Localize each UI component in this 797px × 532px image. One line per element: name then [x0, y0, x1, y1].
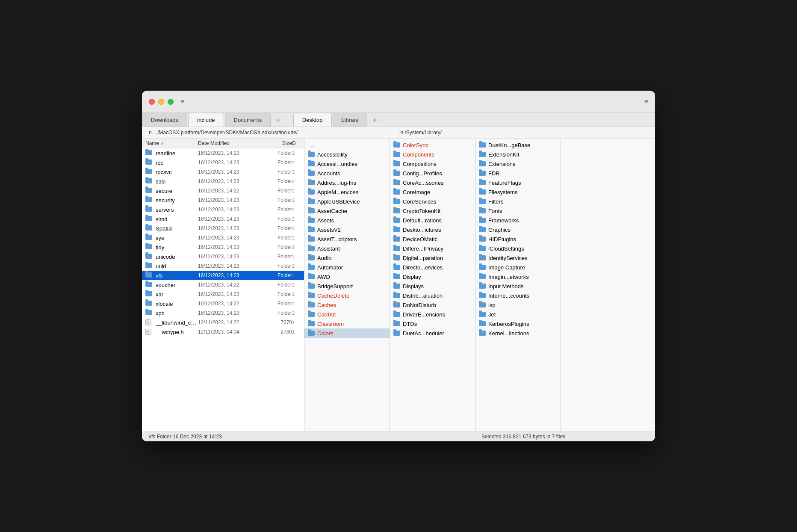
add-tab-right-button[interactable]: + — [368, 114, 381, 127]
dir-item[interactable]: DeviceOMatic — [390, 234, 475, 244]
dir-item[interactable]: Caches — [304, 300, 390, 310]
dir-item[interactable]: IdentityServices — [475, 253, 561, 263]
dir-item[interactable]: ColorSync — [390, 140, 475, 150]
dir-item[interactable]: BridgeSupport — [304, 281, 390, 291]
dir-item[interactable]: Accounts — [304, 168, 390, 178]
file-row[interactable]: secure16/12/2023, 14:22Folder2 — [142, 186, 304, 195]
dir-item[interactable]: FeatureFlags — [475, 178, 561, 187]
add-tab-left-button[interactable]: + — [272, 114, 285, 127]
dir-item[interactable]: Compositions — [390, 159, 475, 168]
dir-item[interactable]: Extensions — [475, 159, 561, 168]
dir-item[interactable]: CardKit — [304, 310, 390, 319]
tab-documents[interactable]: Documents — [225, 113, 271, 127]
col-size-header[interactable]: Size — [266, 140, 292, 146]
dir-item[interactable]: CoreServices — [390, 197, 475, 206]
col-date-header[interactable]: Date Modified — [198, 140, 266, 146]
dir-item[interactable]: CacheDelete — [304, 291, 390, 300]
tab-downloads[interactable]: Downloads — [142, 113, 187, 127]
dir-item[interactable]: Audio — [304, 253, 390, 263]
dir-item[interactable]: lsp — [475, 300, 561, 310]
dir-item[interactable]: HIDPlugins — [475, 234, 561, 244]
dir-item[interactable]: Addres...lug-Ins — [304, 178, 390, 187]
dir-item[interactable]: Graphics — [475, 225, 561, 234]
dir-item[interactable]: Assets — [304, 216, 390, 225]
dir-item[interactable]: Frameworks — [475, 216, 561, 225]
dir-item[interactable]: Colors — [304, 328, 390, 338]
file-row[interactable]: h__libunwind_config.h12/11/2023, 14:2276… — [142, 318, 304, 327]
dir-item[interactable]: Default...rations — [390, 216, 475, 225]
dir-item[interactable]: Differe...IPrivacy — [390, 244, 475, 253]
dir-item[interactable]: Directo...ervices — [390, 263, 475, 272]
dir-item[interactable]: AssetT...criptors — [304, 234, 390, 244]
file-row[interactable]: sasl16/12/2023, 14:23Folder2 — [142, 177, 304, 186]
file-row[interactable]: voucher16/12/2023, 14:22Folder2 — [142, 280, 304, 290]
file-row[interactable]: unicode16/12/2023, 14:23Folder2 — [142, 252, 304, 261]
file-row[interactable]: tidy16/12/2023, 14:23Folder2 — [142, 242, 304, 252]
folder-icon — [308, 331, 315, 336]
file-row[interactable]: rpcsvc16/12/2023, 14:23Folder2 — [142, 167, 304, 177]
dir-item[interactable]: Automator — [304, 263, 390, 272]
file-row[interactable]: xlocale16/12/2023, 14:22Folder2 — [142, 299, 304, 308]
maximize-button[interactable] — [168, 99, 174, 105]
dir-item[interactable]: AppleUSBDevice — [304, 197, 390, 206]
dir-item[interactable]: ExtensionKit — [475, 150, 561, 159]
dir-item[interactable]: DoNotDisturb — [390, 300, 475, 310]
file-row[interactable]: rpc16/12/2023, 14:23Folder2 — [142, 158, 304, 167]
dir-item[interactable]: Accessi...undles — [304, 159, 390, 168]
file-row[interactable]: servers16/12/2023, 14:23Folder2 — [142, 205, 304, 214]
dir-item[interactable]: Input Methods — [475, 281, 561, 291]
dir-item[interactable]: Filters — [475, 197, 561, 206]
tab-include[interactable]: include — [188, 113, 224, 127]
file-row[interactable]: readline16/12/2023, 14:23Folder2 — [142, 148, 304, 158]
dir-item[interactable]: Deskto...ictures — [390, 225, 475, 234]
dir-item[interactable]: Image Capture — [475, 263, 561, 272]
dir-item[interactable]: CoreAc...ssories — [390, 178, 475, 187]
dir-item[interactable]: KerberosPlugins — [475, 319, 561, 328]
file-row[interactable]: xar16/12/2023, 14:23Folder2 — [142, 290, 304, 299]
dir-item[interactable]: AWD — [304, 272, 390, 281]
dir-item[interactable]: Digital...paration — [390, 253, 475, 263]
file-row[interactable]: vfs16/12/2023, 14:23Folder2 — [142, 271, 304, 280]
close-button[interactable] — [149, 99, 155, 105]
dir-item[interactable]: Assistant — [304, 244, 390, 253]
tab-desktop[interactable]: Desktop — [293, 113, 332, 127]
dir-item[interactable]: DuetKn...geBase — [475, 140, 561, 150]
minimize-button[interactable] — [158, 99, 164, 105]
dir-item[interactable]: Config...Profiles — [390, 168, 475, 178]
dir-item[interactable]: Accessibility — [304, 150, 390, 159]
file-d: 2 — [292, 245, 301, 250]
dir-item[interactable]: Displays — [390, 281, 475, 291]
file-row[interactable]: simd16/12/2023, 14:23Folder2 — [142, 214, 304, 224]
dir-item[interactable]: CryptoTokenKit — [390, 206, 475, 216]
dir-item[interactable]: Imagin...etworks — [475, 272, 561, 281]
dir-item[interactable]: .. — [304, 140, 390, 150]
file-row[interactable]: uuid16/12/2023, 14:23Folder2 — [142, 261, 304, 271]
dir-item[interactable]: Fonts — [475, 206, 561, 216]
dir-item[interactable]: Classroom — [304, 319, 390, 328]
dir-item[interactable]: DriverE...ensions — [390, 310, 475, 319]
dir-item[interactable]: DuetAc...heduler — [390, 328, 475, 338]
dir-item[interactable]: Components — [390, 150, 475, 159]
dir-item[interactable]: AssetCache — [304, 206, 390, 216]
dir-item[interactable]: AppleM...ervices — [304, 187, 390, 197]
file-row[interactable]: h__wctype.h12/11/2023, 04:0427601 — [142, 327, 304, 337]
dir-item[interactable]: Filesystems — [475, 187, 561, 197]
dir-item[interactable]: Interne...ccounts — [475, 291, 561, 300]
file-row[interactable]: Spatial16/12/2023, 14:23Folder2 — [142, 224, 304, 233]
file-row[interactable]: xpc16/12/2023, 14:23Folder2 — [142, 308, 304, 318]
dir-item[interactable]: iCloudSettings — [475, 244, 561, 253]
tab-library[interactable]: Library — [333, 113, 368, 127]
toolbar-right-icon[interactable]: ≡ — [644, 98, 648, 106]
dir-item[interactable]: CoreImage — [390, 187, 475, 197]
list-view-icon[interactable]: ≡ — [180, 98, 184, 106]
file-row[interactable]: sys16/12/2023, 14:23Folder2 — [142, 233, 304, 242]
dir-item[interactable]: FDR — [475, 168, 561, 178]
file-row[interactable]: security16/12/2023, 14:23Folder2 — [142, 195, 304, 205]
dir-item[interactable]: Display — [390, 272, 475, 281]
dir-item[interactable]: Jet — [475, 310, 561, 319]
dir-item[interactable]: Kernel...llections — [475, 328, 561, 338]
dir-item[interactable]: AssetsV2 — [304, 225, 390, 234]
dir-item[interactable]: Distrib...aluation — [390, 291, 475, 300]
col-name-header[interactable]: Name ∧ — [145, 140, 198, 146]
dir-item[interactable]: DTDs — [390, 319, 475, 328]
